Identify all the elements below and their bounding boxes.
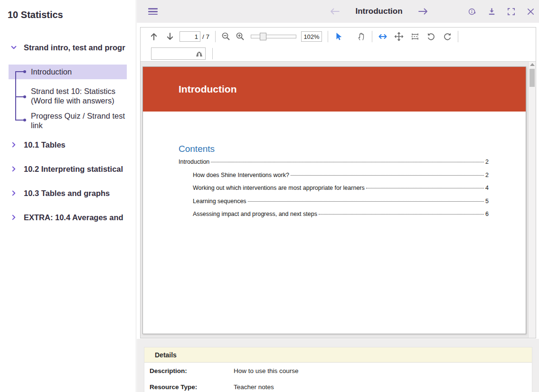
find-input[interactable]	[152, 48, 194, 59]
sidebar-section-strand-intro[interactable]: Strand intro, test and progr	[0, 40, 136, 55]
toc-entry[interactable]: Introduction 2	[179, 159, 489, 165]
sidebar-section-label: 10.3 Tables and graphs	[24, 189, 110, 198]
sidebar-section-label: 10.1 Tables	[24, 140, 66, 149]
toc-entry-page: 5	[485, 198, 489, 205]
fit-width-icon[interactable]	[378, 32, 388, 41]
toc-entry[interactable]: Learning sequences 5	[179, 198, 489, 205]
scrollbar-thumb[interactable]	[530, 69, 535, 87]
find-binoculars-icon[interactable]	[195, 50, 203, 58]
find-field	[151, 47, 206, 60]
toc-entry-page: 6	[485, 211, 489, 217]
toc-leader-dots	[211, 162, 484, 162]
resource-title: Introduction	[355, 7, 402, 16]
hand-tool-icon[interactable]	[357, 32, 366, 41]
toolbar-divider	[372, 31, 372, 42]
zoom-in-icon[interactable]	[236, 32, 245, 41]
app-window: 10 Statistics Strand intro, test and pro…	[0, 0, 539, 392]
toc-leader-dots	[366, 188, 484, 188]
detail-value: Teacher notes	[234, 383, 274, 391]
toc-entry[interactable]: Assessing impact and progress, and next …	[179, 211, 489, 217]
detail-label: Resource Type:	[150, 383, 234, 391]
page-up-icon[interactable]	[149, 32, 159, 41]
toc-entry-label: Working out which interventions are most…	[193, 185, 365, 191]
pdf-canvas-area: Introduction Contents Introduction 2 How…	[141, 61, 536, 338]
sidebar-section-10-3[interactable]: 10.3 Tables and graphs	[0, 186, 136, 200]
sidebar-item-progress-quiz[interactable]: Progress Quiz / Strand test link	[31, 111, 128, 130]
details-row-description: Description: How to use this course	[144, 363, 532, 379]
toc-entry-label: Assessing impact and progress, and next …	[193, 211, 317, 217]
chevron-right-icon	[10, 141, 17, 148]
fullscreen-icon[interactable]	[507, 7, 516, 16]
toolbar-divider	[328, 31, 328, 42]
sidebar-section-extra-10-4[interactable]: EXTRA: 10.4 Averages and	[0, 210, 136, 224]
toc-entry-page: 2	[485, 172, 489, 178]
zoom-out-icon[interactable]	[221, 32, 231, 41]
toc-entry-page: 2	[485, 159, 489, 165]
pdf-page: Introduction Contents Introduction 2 How…	[142, 66, 526, 334]
course-sidebar: 10 Statistics Strand intro, test and pro…	[0, 0, 136, 392]
toc-entry[interactable]: Working out which interventions are most…	[179, 185, 489, 191]
document-banner-title: Introduction	[179, 84, 236, 95]
pdf-viewer: / 7	[140, 27, 536, 338]
details-panel: Details Description: How to use this cou…	[144, 347, 532, 392]
resource-header: Introduction	[137, 0, 539, 23]
zoom-slider-handle[interactable]	[260, 33, 266, 40]
toc-entry-label: Learning sequences	[193, 198, 246, 205]
content-pane: Introduction	[137, 0, 539, 392]
sidebar-section-label: EXTRA: 10.4 Averages and	[24, 213, 123, 222]
close-icon[interactable]	[526, 7, 535, 16]
toc-leader-dots	[291, 175, 484, 176]
sidebar-section-10-2[interactable]: 10.2 Interpreting statistical	[0, 162, 136, 176]
chevron-right-icon	[10, 214, 17, 221]
info-icon[interactable]	[468, 7, 477, 16]
detail-value: How to use this course	[234, 367, 299, 374]
course-title: 10 Statistics	[8, 9, 63, 20]
select-tool-icon[interactable]	[334, 32, 343, 41]
pdf-scrollbar[interactable]	[528, 62, 536, 338]
chevron-down-icon	[10, 44, 17, 51]
sidebar-item-strand-test[interactable]: Strand test 10: Statistics (Word file wi…	[31, 86, 128, 105]
spread-icon[interactable]	[410, 32, 420, 41]
toolbar-divider	[212, 48, 213, 59]
page-count-label: / 7	[202, 33, 209, 40]
chevron-right-icon	[10, 166, 17, 172]
tree-node-dot	[23, 119, 26, 121]
scroll-up-arrow-icon[interactable]	[530, 63, 535, 66]
contents-heading: Contents	[179, 144, 489, 154]
chevron-right-icon	[10, 190, 17, 196]
toc-entry-page: 4	[485, 185, 489, 191]
download-icon[interactable]	[487, 7, 496, 16]
toolbar-divider	[215, 31, 216, 42]
zoom-level-input[interactable]	[301, 31, 322, 42]
sidebar-section-label: 10.2 Interpreting statistical	[24, 165, 123, 174]
next-resource-button[interactable]	[418, 7, 428, 16]
details-heading: Details	[144, 347, 532, 363]
zoom-slider[interactable]	[251, 35, 296, 38]
pdf-find-bar	[141, 46, 536, 61]
page-number-input[interactable]	[180, 31, 200, 42]
previous-resource-button[interactable]	[330, 7, 340, 16]
page-down-icon[interactable]	[165, 32, 175, 41]
rotate-ccw-icon[interactable]	[426, 32, 436, 41]
toc-leader-dots	[319, 214, 484, 215]
rotate-cw-icon[interactable]	[443, 32, 452, 41]
toc-leader-dots	[248, 201, 484, 202]
details-row-resource-type: Resource Type: Teacher notes	[144, 379, 532, 392]
tree-node-dot	[23, 70, 26, 73]
sidebar-item-introduction[interactable]: Introduction	[31, 67, 128, 76]
document-banner: Introduction	[143, 67, 526, 112]
pan-icon[interactable]	[394, 32, 404, 41]
menu-icon[interactable]	[148, 7, 158, 16]
toolbar-divider	[458, 31, 458, 42]
toc-entry-label: How does Shine Interventions work?	[193, 172, 289, 178]
tree-node-dot	[23, 95, 26, 98]
toc-entry[interactable]: How does Shine Interventions work? 2	[179, 172, 489, 178]
pdf-toolbar: / 7	[141, 28, 536, 46]
details-footer: Details Description: How to use this cou…	[137, 339, 539, 392]
sidebar-section-label: Strand intro, test and progr	[24, 43, 125, 52]
contents-section: Contents Introduction 2 How does Shine I…	[179, 144, 489, 217]
toc-entry-label: Introduction	[179, 159, 209, 165]
sidebar-section-10-1[interactable]: 10.1 Tables	[0, 138, 136, 152]
detail-label: Description:	[150, 367, 234, 374]
